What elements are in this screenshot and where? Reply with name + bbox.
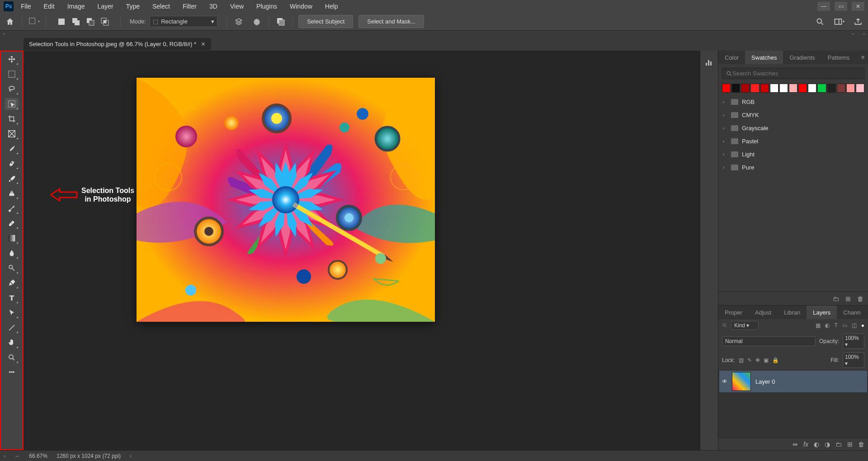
new-selection-icon[interactable] — [55, 15, 68, 28]
filter-kind-select[interactable]: Kind ▾ — [731, 321, 759, 330]
swatch[interactable] — [798, 84, 807, 93]
maximize-button[interactable]: ▭ — [835, 2, 847, 11]
menu-select[interactable]: Select — [147, 1, 175, 12]
lock-all-icon[interactable]: 🔒 — [772, 357, 779, 363]
swatch[interactable] — [722, 84, 731, 93]
lock-brush-icon[interactable]: ✎ — [747, 357, 752, 363]
layer-name[interactable]: Layer 0 — [755, 378, 775, 385]
current-tool-icon[interactable]: ▾ — [28, 15, 40, 28]
filter-shape-icon[interactable]: ▭ — [842, 322, 847, 329]
healing-brush-tool[interactable] — [5, 158, 19, 169]
swatch[interactable] — [808, 84, 816, 93]
line-shape-tool[interactable] — [5, 322, 19, 334]
move-tool[interactable] — [5, 53, 19, 65]
lasso-tool[interactable] — [5, 83, 19, 95]
swatch[interactable] — [750, 84, 759, 93]
swatch[interactable] — [789, 84, 797, 93]
tab-color[interactable]: Color — [718, 51, 745, 64]
pen-tool[interactable] — [5, 277, 19, 289]
tab-properties[interactable]: Proper — [718, 306, 749, 319]
frame-tool[interactable] — [5, 128, 19, 140]
path-selection-tool[interactable] — [5, 307, 19, 319]
tab-channels[interactable]: Chann — [837, 306, 867, 319]
select-and-mask-button[interactable]: Select and Mask... — [359, 15, 424, 28]
swatch[interactable] — [779, 84, 788, 93]
tab-swatches[interactable]: Swatches — [745, 51, 783, 64]
menu-help[interactable]: Help — [320, 1, 344, 12]
intersect-selection-icon[interactable] — [99, 15, 111, 28]
swatch[interactable] — [827, 84, 836, 93]
visibility-toggle-icon[interactable]: 👁 — [722, 378, 727, 385]
chevron-right-icon[interactable]: › — [130, 453, 132, 459]
tab-gradients[interactable]: Gradients — [783, 51, 821, 64]
menu-file[interactable]: File — [15, 1, 37, 12]
swatch[interactable] — [741, 84, 750, 93]
doc-arrange-icon[interactable]: ↔ — [14, 453, 20, 459]
overlap-squares-icon[interactable] — [274, 15, 287, 28]
add-selection-icon[interactable] — [70, 15, 82, 28]
doc-info-icon[interactable]: ▫ — [4, 453, 5, 459]
layer-thumbnail[interactable] — [732, 372, 751, 391]
zoom-level[interactable]: 66.67% — [29, 453, 47, 459]
fill-input[interactable]: 100% ▾ — [843, 353, 864, 368]
swatch[interactable] — [770, 84, 778, 93]
histogram-icon[interactable] — [703, 55, 716, 69]
zoom-tool[interactable] — [5, 352, 19, 363]
clone-stamp-tool[interactable] — [5, 188, 19, 199]
dodge-tool[interactable] — [5, 262, 19, 274]
swatch[interactable] — [846, 84, 855, 93]
swatch-search[interactable] — [722, 68, 864, 79]
tab-layers[interactable]: Layers — [807, 306, 837, 319]
swatch[interactable] — [837, 84, 845, 93]
menu-view[interactable]: View — [225, 1, 249, 12]
tab-patterns[interactable]: Patterns — [821, 51, 856, 64]
filter-adjust-icon[interactable]: ◐ — [825, 322, 830, 329]
crop-tool[interactable] — [5, 113, 19, 125]
lock-transparent-icon[interactable]: ▨ — [739, 357, 744, 363]
menu-plugins[interactable]: Plugins — [251, 1, 283, 12]
filter-toggle-icon[interactable]: ● — [861, 322, 864, 329]
menu-image[interactable]: Image — [62, 1, 90, 12]
expand-right-icon[interactable]: ›› — [863, 32, 865, 36]
blur-tool[interactable] — [5, 247, 19, 259]
subtract-selection-icon[interactable] — [84, 15, 97, 28]
trash-icon[interactable]: 🗑 — [857, 295, 863, 302]
gear-icon[interactable] — [250, 15, 263, 28]
swatch[interactable] — [817, 84, 826, 93]
panel-menu-icon[interactable]: ≡ — [858, 51, 868, 64]
swatch-group-grayscale[interactable]: ›Grayscale — [718, 122, 868, 135]
new-swatch-icon[interactable]: ⊞ — [845, 295, 851, 302]
blend-mode-select[interactable]: Normal — [722, 336, 816, 346]
share-icon[interactable] — [852, 15, 864, 28]
group-icon[interactable]: 🗀 — [835, 441, 842, 448]
eraser-tool[interactable] — [5, 217, 19, 229]
new-layer-icon[interactable]: ⊞ — [847, 441, 853, 448]
adjustment-layer-icon[interactable]: ◑ — [825, 441, 830, 448]
opacity-input[interactable]: 100% ▾ — [843, 334, 864, 349]
lock-artboard-icon[interactable]: ▣ — [764, 357, 769, 363]
layer-mask-icon[interactable]: ◐ — [814, 441, 819, 448]
eyedropper-tool[interactable] — [5, 143, 19, 155]
menu-type[interactable]: Type — [121, 1, 145, 12]
artboard[interactable] — [137, 78, 435, 322]
menu-filter[interactable]: Filter — [177, 1, 202, 12]
close-button[interactable]: ✕ — [852, 2, 864, 11]
menu-layer[interactable]: Layer — [92, 1, 119, 12]
swatch-group-pure[interactable]: ›Pure — [718, 161, 868, 174]
mode-select[interactable]: ⬚ Rectangle ▾ — [150, 16, 217, 27]
hand-tool[interactable] — [5, 337, 19, 348]
minimize-button[interactable]: — — [817, 2, 830, 11]
swatch-group-rgb[interactable]: ›RGB — [718, 95, 868, 108]
menu-window[interactable]: Window — [284, 1, 318, 12]
layer-item[interactable]: 👁 Layer 0 — [719, 371, 867, 392]
swatch-group-cmyk[interactable]: ›CMYK — [718, 108, 868, 122]
swatch[interactable] — [856, 84, 864, 93]
swatch[interactable] — [760, 84, 769, 93]
menu-3d[interactable]: 3D — [204, 1, 223, 12]
swatch-group-pastel[interactable]: ›Pastel — [718, 135, 868, 148]
document-tab[interactable]: Selection Tools in Photoshop.jpeg @ 66.7… — [24, 38, 211, 50]
tab-adjustments[interactable]: Adjust — [749, 306, 778, 319]
brush-tool[interactable] — [5, 173, 19, 184]
type-tool[interactable] — [5, 292, 19, 304]
folder-icon[interactable]: 🗀 — [833, 295, 839, 302]
